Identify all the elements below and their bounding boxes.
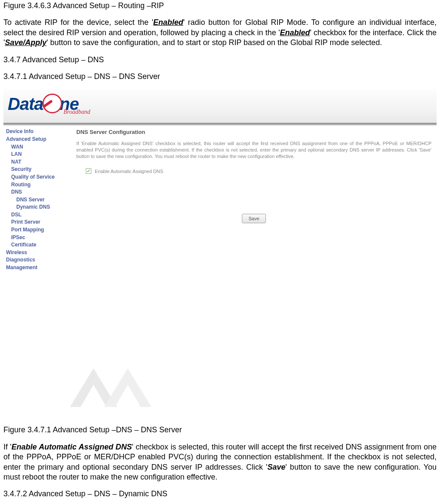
heading-347: 3.4.7 Advanced Setup – DNS (3, 55, 437, 65)
save-button[interactable]: Save (242, 214, 265, 223)
sidebar-item-security[interactable]: Security (5, 166, 63, 173)
logo-swirl-icon (42, 94, 62, 113)
keyword-enable-auto-dns: Enable Automatic Assigned DNS (12, 443, 132, 451)
keyword-enabled: Enabled (280, 28, 310, 37)
sidebar-item-dns-server[interactable]: DNS Server (5, 196, 63, 204)
heading-3471: 3.4.7.1 Advanced Setup – DNS – DNS Serve… (3, 72, 437, 82)
logo-subtext: Broadband (63, 108, 90, 116)
keyword-save-apply: Save/Apply (5, 38, 46, 47)
sidebar-item-ipsec[interactable]: IPSec (5, 234, 63, 242)
sidebar-item-lan[interactable]: LAN (5, 151, 63, 158)
text: To activate RIP for the device, select t… (3, 18, 153, 27)
sidebar-item-nat[interactable]: NAT (5, 158, 63, 166)
sidebar-item-advanced-setup[interactable]: Advanced Setup (5, 136, 63, 143)
sidebar-item-device-info[interactable]: Device Info (5, 128, 63, 136)
logo-text-data: Data (8, 93, 43, 115)
checkbox-label: Enable Automatic Assigned DNS (95, 168, 163, 174)
main-panel: DNS Server Configuration If 'Enable Auto… (63, 125, 437, 340)
sidebar-item-dsl[interactable]: DSL (5, 211, 63, 219)
figure-caption-3471: Figure 3.4.7.1 Advanced Setup –DNS – DNS… (3, 425, 437, 435)
sidebar-item-qos[interactable]: Quality of Service (5, 173, 63, 181)
sidebar-item-diagnostics[interactable]: Diagnostics (5, 256, 63, 264)
panel-title: DNS Server Configuration (76, 129, 431, 136)
router-header: Data ne Broadband (3, 89, 437, 123)
sidebar-item-print-server[interactable]: Print Server (5, 219, 63, 226)
checkbox-row: ✓ Enable Automatic Assigned DNS (86, 168, 431, 174)
sidebar-item-management[interactable]: Management (5, 264, 63, 272)
sidebar-item-port-mapping[interactable]: Port Mapping (5, 226, 63, 234)
paragraph-dns-auto: If 'Enable Automatic Assigned DNS' check… (3, 442, 437, 483)
figure-caption-top: Figure 3.4.6.3 Advanced Setup – Routing … (3, 1, 437, 11)
panel-description: If 'Enable Automatic Assigned DNS' check… (76, 140, 431, 160)
enable-auto-dns-checkbox[interactable]: ✓ (86, 168, 91, 174)
router-screenshot: Data ne Broadband Device Info Advanced S… (3, 89, 437, 340)
paragraph-rip: To activate RIP for the device, select t… (3, 18, 437, 48)
text: ' button to save the configuration, and … (46, 38, 382, 47)
sidebar-item-certificate[interactable]: Certificate (5, 241, 63, 249)
sidebar-item-wan[interactable]: WAN (5, 143, 63, 151)
sidebar-item-dynamic-dns[interactable]: Dynamic DNS (5, 203, 63, 211)
sidebar-item-routing[interactable]: Routing (5, 181, 63, 189)
sidebar-item-dns[interactable]: DNS (5, 188, 63, 196)
heading-3472: 3.4.7.2 Advanced Setup – DNS – Dynamic D… (3, 489, 437, 499)
text: If ' (3, 443, 12, 451)
keyword-save: Save (268, 463, 286, 471)
sidebar: Device Info Advanced Setup WAN LAN NAT S… (3, 125, 63, 340)
sidebar-item-wireless[interactable]: Wireless (5, 249, 63, 257)
keyword-enabled: Enabled (153, 18, 183, 27)
